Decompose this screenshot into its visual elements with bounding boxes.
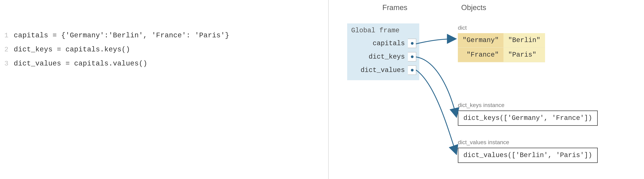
dict-values-type-label: dict_values instance bbox=[458, 139, 509, 146]
dict-key: "Germany" bbox=[458, 33, 504, 47]
variable-row: dict_keys bbox=[347, 50, 419, 63]
code-text: capitals = {'Germany':'Berlin', 'France'… bbox=[14, 28, 229, 42]
variable-row: dict_values bbox=[347, 63, 419, 77]
dict-values-object: dict_values(['Berlin', 'Paris']) bbox=[458, 148, 598, 163]
pointer-dot-icon bbox=[411, 55, 414, 58]
global-frame: Global frame capitals dict_keys dict_val… bbox=[347, 23, 419, 80]
line-number: 2 bbox=[0, 43, 8, 56]
dict-keys-type-label: dict_keys instance bbox=[458, 102, 504, 108]
dict-value: "Paris" bbox=[504, 47, 545, 62]
line-number: 3 bbox=[0, 57, 8, 70]
objects-column-header: Objects bbox=[461, 3, 486, 12]
root: 1 capitals = {'Germany':'Berlin', 'Franc… bbox=[0, 0, 644, 179]
dict-value: "Berlin" bbox=[504, 33, 545, 47]
variable-row: capitals bbox=[347, 37, 419, 50]
code-line: 3 dict_values = capitals.values() bbox=[0, 57, 328, 71]
code-text: dict_values = capitals.values() bbox=[14, 57, 148, 71]
dict-object: "Germany" "Berlin" "France" "Paris" bbox=[458, 33, 545, 62]
arrow-capitals-to-dict bbox=[416, 39, 456, 44]
variable-name: capitals bbox=[373, 40, 405, 47]
dict-keys-object: dict_keys(['Germany', 'France']) bbox=[458, 111, 598, 126]
code-line: 1 capitals = {'Germany':'Berlin', 'Franc… bbox=[0, 28, 328, 42]
dict-key: "France" bbox=[458, 47, 504, 62]
pointer-port bbox=[408, 65, 416, 75]
dict-type-label: dict bbox=[458, 24, 467, 31]
variable-name: dict_values bbox=[360, 66, 405, 74]
frames-column-header: Frames bbox=[382, 3, 407, 12]
line-number: 1 bbox=[0, 29, 8, 42]
code-text: dict_keys = capitals.keys() bbox=[14, 42, 130, 57]
frame-title: Global frame bbox=[347, 25, 419, 37]
dict-row: "Germany" "Berlin" bbox=[458, 33, 545, 47]
pointer-dot-icon bbox=[411, 69, 414, 71]
pointer-port bbox=[408, 39, 416, 48]
visualization-pane: Frames Objects Global frame capitals dic… bbox=[329, 0, 644, 179]
code-pane: 1 capitals = {'Germany':'Berlin', 'Franc… bbox=[0, 0, 329, 179]
arrow-dictvalues-to-obj bbox=[416, 70, 456, 154]
variable-name: dict_keys bbox=[368, 53, 405, 61]
dict-row: "France" "Paris" bbox=[458, 47, 545, 62]
pointer-port bbox=[408, 52, 416, 61]
code-line: 2 dict_keys = capitals.keys() bbox=[0, 42, 328, 57]
pointer-dot-icon bbox=[411, 42, 414, 45]
arrow-dictkeys-to-obj bbox=[416, 57, 456, 117]
